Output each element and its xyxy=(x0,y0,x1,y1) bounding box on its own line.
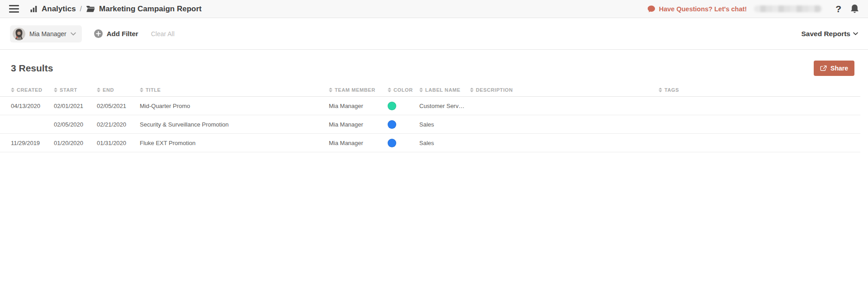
sort-icon[interactable] xyxy=(659,88,662,92)
table-header-row: CREATED START END TITLE TEAM MEMBER COLO… xyxy=(0,83,860,97)
sort-icon[interactable] xyxy=(54,88,57,92)
redacted-user-info xyxy=(754,5,822,12)
sort-icon[interactable] xyxy=(97,88,100,92)
cell-team-member: Mia Manager xyxy=(329,140,388,146)
color-dot xyxy=(388,139,396,147)
column-header-end[interactable]: END xyxy=(97,87,140,93)
cell-title: Mid-Quarter Promo xyxy=(140,103,329,109)
chat-link-label: Have Questions? Let's chat! xyxy=(659,5,747,13)
cell-end: 02/21/2020 xyxy=(97,121,140,128)
avatar xyxy=(13,28,25,40)
cell-title: Fluke EXT Promotion xyxy=(140,140,329,146)
saved-reports-label: Saved Reports xyxy=(801,30,850,38)
cell-start: 02/01/2021 xyxy=(54,103,97,109)
cell-start: 02/05/2020 xyxy=(54,121,97,128)
breadcrumb-separator: / xyxy=(80,5,82,13)
add-filter-button[interactable]: Add Filter xyxy=(94,29,138,38)
table-body: 04/13/202002/01/202102/05/2021Mid-Quarte… xyxy=(0,97,860,152)
add-filter-label: Add Filter xyxy=(107,30,138,38)
column-header-label-name[interactable]: LABEL NAME xyxy=(419,87,470,93)
folder-icon xyxy=(86,5,95,13)
share-label: Share xyxy=(830,65,848,72)
column-header-start[interactable]: START xyxy=(54,87,97,93)
cell-team-member: Mia Manager xyxy=(329,103,388,109)
cell-start: 01/20/2020 xyxy=(54,140,97,146)
column-header-description[interactable]: DESCRIPTION xyxy=(470,87,659,93)
column-header-created[interactable]: CREATED xyxy=(11,87,54,93)
results-header: 3 Results Share xyxy=(0,50,868,76)
results-table: CREATED START END TITLE TEAM MEMBER COLO… xyxy=(0,83,860,152)
results-count: 3 Results xyxy=(11,63,53,74)
cell-title: Security & Surveillance Promotion xyxy=(140,121,329,128)
cell-label-name: Sales xyxy=(419,121,470,128)
page-title: Marketing Campaign Report xyxy=(99,5,202,14)
cell-team-member: Mia Manager xyxy=(329,121,388,128)
chevron-down-icon xyxy=(71,32,76,36)
help-icon[interactable]: ? xyxy=(835,4,841,14)
column-header-team-member[interactable]: TEAM MEMBER xyxy=(329,87,388,93)
cell-color xyxy=(388,102,419,110)
sort-icon[interactable] xyxy=(11,88,14,92)
table-row[interactable]: 11/29/201901/20/202001/31/2020Fluke EXT … xyxy=(0,134,860,152)
breadcrumb-section[interactable]: Analytics xyxy=(42,5,76,14)
column-header-title[interactable]: TITLE xyxy=(140,87,329,93)
sort-icon[interactable] xyxy=(470,88,474,92)
cell-label-name: Customer Serv… xyxy=(419,103,470,109)
cell-color xyxy=(388,120,419,129)
cell-end: 01/31/2020 xyxy=(97,140,140,146)
table-row[interactable]: 02/05/202002/21/2020Security & Surveilla… xyxy=(0,115,860,134)
sort-icon[interactable] xyxy=(388,88,391,92)
color-dot xyxy=(388,120,396,129)
table-row[interactable]: 04/13/202002/01/202102/05/2021Mid-Quarte… xyxy=(0,97,860,115)
share-button[interactable]: Share xyxy=(814,61,854,76)
column-header-tags[interactable]: TAGS xyxy=(659,87,860,93)
column-header-color[interactable]: COLOR xyxy=(388,87,419,93)
cell-color xyxy=(388,139,419,147)
bar-chart-icon xyxy=(30,5,38,13)
cell-label-name: Sales xyxy=(419,140,470,146)
color-dot xyxy=(388,102,396,110)
top-bar: Analytics / Marketing Campaign Report Ha… xyxy=(0,0,868,18)
cell-end: 02/05/2021 xyxy=(97,103,140,109)
share-icon xyxy=(820,65,827,71)
chat-link[interactable]: Have Questions? Let's chat! xyxy=(647,5,747,13)
sort-icon[interactable] xyxy=(419,88,423,92)
sort-icon[interactable] xyxy=(140,88,143,92)
saved-reports-dropdown[interactable]: Saved Reports xyxy=(801,30,858,38)
clear-all-button[interactable]: Clear All xyxy=(151,30,175,38)
cell-created: 11/29/2019 xyxy=(11,140,54,146)
notifications-bell-icon[interactable] xyxy=(850,4,859,14)
chevron-down-icon xyxy=(853,32,858,35)
member-filter-value: Mia Manager xyxy=(29,30,66,38)
breadcrumb: Analytics / Marketing Campaign Report xyxy=(30,5,202,14)
plus-icon xyxy=(94,29,103,38)
hamburger-menu-icon[interactable] xyxy=(9,5,19,13)
topbar-right: Have Questions? Let's chat! ? xyxy=(647,4,859,14)
sort-icon[interactable] xyxy=(329,88,332,92)
cell-created: 04/13/2020 xyxy=(11,103,54,109)
filter-bar: Mia Manager Add Filter Clear All Saved R… xyxy=(0,18,868,50)
member-filter-chip[interactable]: Mia Manager xyxy=(10,25,82,42)
chat-bubble-icon xyxy=(647,5,655,13)
